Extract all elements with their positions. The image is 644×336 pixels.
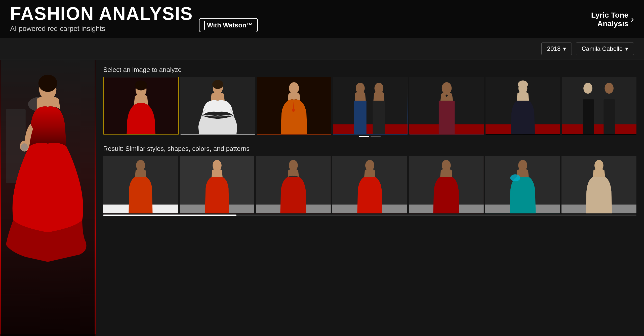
result-thumb-1[interactable] bbox=[103, 156, 178, 214]
result-thumb-3[interactable] bbox=[256, 156, 331, 214]
image-thumb-5[interactable] bbox=[409, 77, 484, 135]
top-section: Select an image to analyze bbox=[103, 66, 636, 139]
svg-point-31 bbox=[518, 80, 528, 89]
bottom-section-label: Result: Similar styles, shapes, colors, … bbox=[103, 145, 636, 153]
result-thumb-4[interactable] bbox=[332, 156, 407, 214]
top-image-grid bbox=[103, 77, 636, 135]
scroll-indicator-top bbox=[103, 136, 636, 137]
svg-rect-22 bbox=[373, 101, 385, 134]
top-section-label: Select an image to analyze bbox=[103, 66, 636, 74]
main-content: Camila Cabello Select an image to analyz… bbox=[0, 60, 644, 336]
svg-point-49 bbox=[365, 160, 374, 171]
image-thumb-6[interactable] bbox=[486, 77, 560, 135]
svg-rect-18 bbox=[333, 124, 408, 134]
svg-point-21 bbox=[375, 83, 384, 94]
featured-label: Camila Cabello bbox=[0, 334, 96, 336]
image-thumb-4[interactable] bbox=[333, 77, 408, 135]
result-thumb-5[interactable] bbox=[409, 156, 484, 214]
svg-point-4 bbox=[38, 75, 57, 92]
scroll-dot-2 bbox=[371, 136, 381, 137]
featured-panel: Camila Cabello bbox=[0, 60, 96, 336]
chevron-right-icon: › bbox=[631, 14, 634, 25]
scroll-dot-1 bbox=[359, 136, 369, 137]
person-label: Camila Cabello bbox=[582, 45, 623, 52]
year-label: 2018 bbox=[547, 45, 560, 52]
svg-rect-20 bbox=[354, 101, 367, 134]
watson-badge: With Watson™ bbox=[199, 18, 258, 32]
watson-bar-icon bbox=[204, 21, 205, 30]
svg-point-19 bbox=[356, 83, 365, 94]
result-thumb-2[interactable] bbox=[180, 156, 255, 214]
scrollbar-thumb bbox=[103, 215, 236, 216]
svg-rect-37 bbox=[603, 99, 615, 134]
bottom-scrollbar[interactable] bbox=[103, 215, 636, 216]
svg-point-43 bbox=[213, 160, 222, 171]
svg-rect-26 bbox=[438, 101, 454, 134]
person-dropdown-arrow: ▾ bbox=[625, 45, 628, 52]
image-thumb-1[interactable] bbox=[103, 77, 179, 135]
svg-rect-35 bbox=[583, 99, 594, 134]
image-thumb-3[interactable] bbox=[257, 77, 331, 135]
svg-point-46 bbox=[289, 160, 298, 171]
lyric-tone-link[interactable]: Lyric Tone Analysis › bbox=[591, 11, 634, 28]
featured-image bbox=[0, 60, 96, 336]
svg-point-40 bbox=[136, 160, 145, 171]
header-right: Lyric Tone Analysis › bbox=[591, 11, 634, 28]
svg-point-34 bbox=[583, 83, 592, 94]
watson-label: With Watson™ bbox=[207, 21, 253, 29]
bottom-section: Result: Similar styles, shapes, colors, … bbox=[103, 145, 636, 216]
image-thumb-7[interactable] bbox=[562, 77, 636, 135]
result-thumb-7[interactable] bbox=[561, 156, 636, 214]
image-thumb-2[interactable] bbox=[180, 77, 255, 135]
svg-point-6 bbox=[21, 143, 28, 151]
year-dropdown[interactable]: 2018 ▾ bbox=[541, 43, 572, 55]
svg-point-25 bbox=[441, 82, 452, 94]
svg-point-36 bbox=[605, 83, 614, 94]
lyric-tone-text: Lyric Tone Analysis bbox=[591, 11, 628, 28]
result-thumb-6[interactable] bbox=[485, 156, 560, 214]
title-block: FASHION ANALYSIS AI powered red carpet i… bbox=[10, 5, 193, 34]
year-dropdown-arrow: ▾ bbox=[563, 45, 566, 52]
right-panel: Select an image to analyze bbox=[96, 60, 644, 336]
svg-point-16 bbox=[292, 108, 295, 112]
person-dropdown[interactable]: Camila Cabello ▾ bbox=[576, 43, 634, 55]
toolbar: 2018 ▾ Camila Cabello ▾ bbox=[0, 38, 644, 60]
app-header: FASHION ANALYSIS AI powered red carpet i… bbox=[0, 0, 644, 38]
svg-rect-33 bbox=[562, 124, 636, 134]
svg-point-9 bbox=[135, 80, 147, 91]
svg-point-14 bbox=[289, 82, 299, 94]
app-subtitle: AI powered red carpet insights bbox=[10, 25, 193, 32]
bottom-image-grid bbox=[103, 156, 636, 214]
app-title: FASHION ANALYSIS bbox=[10, 5, 193, 23]
header-left: FASHION ANALYSIS AI powered red carpet i… bbox=[10, 5, 258, 34]
svg-point-56 bbox=[510, 174, 520, 181]
svg-point-12 bbox=[212, 80, 223, 89]
